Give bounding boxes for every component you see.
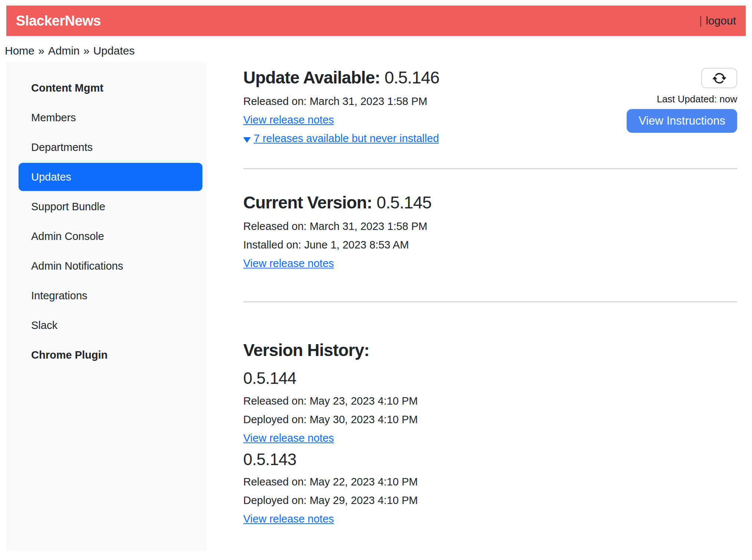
history-deployed-on: Deployed on: May 30, 2023 4:10 PM bbox=[243, 412, 737, 427]
current-version-heading: Current Version: 0.5.145 bbox=[243, 193, 737, 213]
update-actions: Last Updated: now View Instructions bbox=[627, 68, 737, 133]
history-version-number: 0.5.143 bbox=[243, 450, 737, 469]
current-released-on: Released on: March 31, 2023 1:58 PM bbox=[243, 218, 737, 234]
history-version-number: 0.5.144 bbox=[243, 369, 737, 388]
version-history-item: 0.5.144 Released on: May 23, 2023 4:10 P… bbox=[243, 369, 737, 446]
sidebar-item-slack[interactable]: Slack bbox=[6, 310, 207, 340]
breadcrumb-admin[interactable]: Admin bbox=[48, 45, 80, 57]
admin-sidebar: Content Mgmt Members Departments Updates… bbox=[6, 62, 207, 551]
current-installed-on: Installed on: June 1, 2023 8:53 AM bbox=[243, 237, 737, 253]
logout-area: |logout bbox=[699, 14, 736, 27]
view-instructions-button[interactable]: View Instructions bbox=[627, 109, 737, 133]
breadcrumb-updates: Updates bbox=[93, 45, 135, 57]
current-version-label: Current Version: bbox=[243, 193, 372, 212]
refresh-button[interactable] bbox=[701, 68, 737, 88]
logout-separator: | bbox=[699, 14, 702, 27]
version-history-section: Version History: 0.5.144 Released on: Ma… bbox=[243, 302, 737, 527]
sidebar-item-content-mgmt[interactable]: Content Mgmt bbox=[6, 73, 207, 103]
sidebar-item-updates[interactable]: Updates bbox=[19, 163, 202, 191]
caret-down-icon bbox=[243, 137, 251, 143]
version-history-item: 0.5.143 Released on: May 22, 2023 4:10 P… bbox=[243, 450, 737, 527]
sidebar-item-support-bundle[interactable]: Support Bundle bbox=[6, 192, 207, 221]
update-available-section: Update Available: 0.5.146 Released on: M… bbox=[243, 68, 737, 149]
last-updated-label: Last Updated: now bbox=[657, 93, 737, 105]
breadcrumb-separator: » bbox=[83, 45, 90, 57]
update-release-notes-link[interactable]: View release notes bbox=[243, 114, 334, 126]
pending-releases-link[interactable]: 7 releases available but never installed bbox=[243, 132, 439, 144]
breadcrumb-home[interactable]: Home bbox=[5, 45, 34, 57]
page-body: Content Mgmt Members Departments Updates… bbox=[6, 62, 746, 551]
history-release-notes-link[interactable]: View release notes bbox=[243, 432, 334, 444]
current-version-number: 0.5.145 bbox=[377, 193, 432, 212]
history-released-on: Released on: May 23, 2023 4:10 PM bbox=[243, 393, 737, 409]
history-deployed-on: Deployed on: May 29, 2023 4:10 PM bbox=[243, 493, 737, 508]
sidebar-item-admin-notifications[interactable]: Admin Notifications bbox=[6, 251, 207, 281]
breadcrumb-separator: » bbox=[38, 45, 44, 57]
sidebar-item-members[interactable]: Members bbox=[6, 103, 207, 132]
current-release-notes-link[interactable]: View release notes bbox=[243, 257, 334, 269]
sidebar-item-departments[interactable]: Departments bbox=[6, 132, 207, 162]
pending-releases-label: 7 releases available but never installed bbox=[254, 132, 439, 144]
update-released-on: Released on: March 31, 2023 1:58 PM bbox=[243, 93, 439, 109]
sidebar-item-integrations[interactable]: Integrations bbox=[6, 281, 207, 310]
app-brand: SlackerNews bbox=[16, 13, 101, 29]
update-available-info: Update Available: 0.5.146 Released on: M… bbox=[243, 68, 439, 149]
arrow-repeat-icon bbox=[713, 72, 726, 85]
updates-main: Update Available: 0.5.146 Released on: M… bbox=[207, 62, 746, 551]
version-history-heading: Version History: bbox=[243, 340, 737, 360]
sidebar-item-chrome-plugin[interactable]: Chrome Plugin bbox=[6, 340, 207, 370]
update-available-label: Update Available: bbox=[243, 68, 380, 87]
update-available-version: 0.5.146 bbox=[385, 68, 439, 87]
history-release-notes-link[interactable]: View release notes bbox=[243, 513, 334, 525]
history-released-on: Released on: May 22, 2023 4:10 PM bbox=[243, 474, 737, 490]
current-version-section: Current Version: 0.5.145 Released on: Ma… bbox=[243, 169, 737, 282]
logout-link[interactable]: logout bbox=[706, 14, 736, 27]
breadcrumb: Home»Admin»Updates bbox=[5, 44, 746, 57]
update-available-heading: Update Available: 0.5.146 bbox=[243, 68, 439, 88]
sidebar-item-admin-console[interactable]: Admin Console bbox=[6, 221, 207, 251]
app-header: SlackerNews |logout bbox=[6, 6, 746, 36]
